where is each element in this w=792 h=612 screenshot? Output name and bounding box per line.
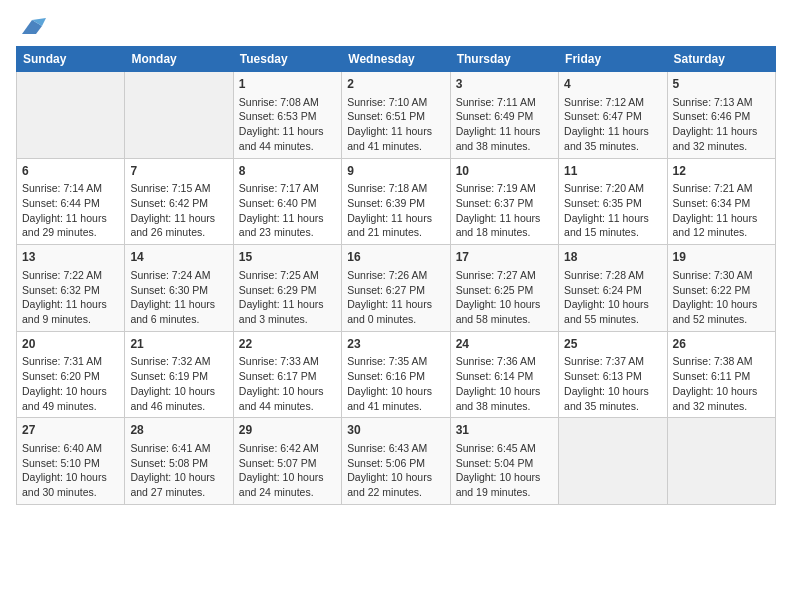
day-number: 5 bbox=[673, 76, 770, 93]
day-info: Sunrise: 7:36 AM Sunset: 6:14 PM Dayligh… bbox=[456, 354, 553, 413]
calendar-cell: 16Sunrise: 7:26 AM Sunset: 6:27 PM Dayli… bbox=[342, 245, 450, 332]
day-info: Sunrise: 7:33 AM Sunset: 6:17 PM Dayligh… bbox=[239, 354, 336, 413]
day-info: Sunrise: 7:30 AM Sunset: 6:22 PM Dayligh… bbox=[673, 268, 770, 327]
calendar-cell: 26Sunrise: 7:38 AM Sunset: 6:11 PM Dayli… bbox=[667, 331, 775, 418]
day-info: Sunrise: 7:19 AM Sunset: 6:37 PM Dayligh… bbox=[456, 181, 553, 240]
day-of-week-header: Thursday bbox=[450, 47, 558, 72]
calendar-cell: 25Sunrise: 7:37 AM Sunset: 6:13 PM Dayli… bbox=[559, 331, 667, 418]
calendar-cell: 6Sunrise: 7:14 AM Sunset: 6:44 PM Daylig… bbox=[17, 158, 125, 245]
calendar-cell: 1Sunrise: 7:08 AM Sunset: 6:53 PM Daylig… bbox=[233, 72, 341, 159]
day-number: 17 bbox=[456, 249, 553, 266]
day-info: Sunrise: 7:14 AM Sunset: 6:44 PM Dayligh… bbox=[22, 181, 119, 240]
day-info: Sunrise: 6:41 AM Sunset: 5:08 PM Dayligh… bbox=[130, 441, 227, 500]
calendar-cell: 14Sunrise: 7:24 AM Sunset: 6:30 PM Dayli… bbox=[125, 245, 233, 332]
calendar-cell: 29Sunrise: 6:42 AM Sunset: 5:07 PM Dayli… bbox=[233, 418, 341, 505]
day-number: 13 bbox=[22, 249, 119, 266]
day-info: Sunrise: 7:18 AM Sunset: 6:39 PM Dayligh… bbox=[347, 181, 444, 240]
day-info: Sunrise: 7:12 AM Sunset: 6:47 PM Dayligh… bbox=[564, 95, 661, 154]
day-number: 26 bbox=[673, 336, 770, 353]
day-info: Sunrise: 7:15 AM Sunset: 6:42 PM Dayligh… bbox=[130, 181, 227, 240]
day-info: Sunrise: 7:11 AM Sunset: 6:49 PM Dayligh… bbox=[456, 95, 553, 154]
calendar-cell: 3Sunrise: 7:11 AM Sunset: 6:49 PM Daylig… bbox=[450, 72, 558, 159]
day-info: Sunrise: 7:10 AM Sunset: 6:51 PM Dayligh… bbox=[347, 95, 444, 154]
day-info: Sunrise: 7:08 AM Sunset: 6:53 PM Dayligh… bbox=[239, 95, 336, 154]
day-info: Sunrise: 7:25 AM Sunset: 6:29 PM Dayligh… bbox=[239, 268, 336, 327]
calendar-cell: 23Sunrise: 7:35 AM Sunset: 6:16 PM Dayli… bbox=[342, 331, 450, 418]
calendar-cell: 21Sunrise: 7:32 AM Sunset: 6:19 PM Dayli… bbox=[125, 331, 233, 418]
day-info: Sunrise: 7:22 AM Sunset: 6:32 PM Dayligh… bbox=[22, 268, 119, 327]
day-number: 16 bbox=[347, 249, 444, 266]
day-info: Sunrise: 7:37 AM Sunset: 6:13 PM Dayligh… bbox=[564, 354, 661, 413]
day-info: Sunrise: 7:31 AM Sunset: 6:20 PM Dayligh… bbox=[22, 354, 119, 413]
day-info: Sunrise: 7:13 AM Sunset: 6:46 PM Dayligh… bbox=[673, 95, 770, 154]
day-info: Sunrise: 7:20 AM Sunset: 6:35 PM Dayligh… bbox=[564, 181, 661, 240]
day-number: 1 bbox=[239, 76, 336, 93]
day-info: Sunrise: 6:45 AM Sunset: 5:04 PM Dayligh… bbox=[456, 441, 553, 500]
day-number: 10 bbox=[456, 163, 553, 180]
day-number: 18 bbox=[564, 249, 661, 266]
day-number: 29 bbox=[239, 422, 336, 439]
day-number: 23 bbox=[347, 336, 444, 353]
day-of-week-header: Saturday bbox=[667, 47, 775, 72]
day-number: 7 bbox=[130, 163, 227, 180]
day-number: 4 bbox=[564, 76, 661, 93]
day-info: Sunrise: 6:42 AM Sunset: 5:07 PM Dayligh… bbox=[239, 441, 336, 500]
calendar-cell: 12Sunrise: 7:21 AM Sunset: 6:34 PM Dayli… bbox=[667, 158, 775, 245]
calendar-cell: 30Sunrise: 6:43 AM Sunset: 5:06 PM Dayli… bbox=[342, 418, 450, 505]
logo-bird-icon bbox=[18, 16, 46, 38]
calendar-cell: 11Sunrise: 7:20 AM Sunset: 6:35 PM Dayli… bbox=[559, 158, 667, 245]
day-info: Sunrise: 7:17 AM Sunset: 6:40 PM Dayligh… bbox=[239, 181, 336, 240]
calendar-table: SundayMondayTuesdayWednesdayThursdayFrid… bbox=[16, 46, 776, 505]
page-header bbox=[16, 16, 776, 38]
day-number: 3 bbox=[456, 76, 553, 93]
calendar-cell: 13Sunrise: 7:22 AM Sunset: 6:32 PM Dayli… bbox=[17, 245, 125, 332]
calendar-cell: 10Sunrise: 7:19 AM Sunset: 6:37 PM Dayli… bbox=[450, 158, 558, 245]
day-number: 22 bbox=[239, 336, 336, 353]
calendar-cell: 2Sunrise: 7:10 AM Sunset: 6:51 PM Daylig… bbox=[342, 72, 450, 159]
calendar-cell: 27Sunrise: 6:40 AM Sunset: 5:10 PM Dayli… bbox=[17, 418, 125, 505]
day-info: Sunrise: 6:40 AM Sunset: 5:10 PM Dayligh… bbox=[22, 441, 119, 500]
day-number: 6 bbox=[22, 163, 119, 180]
day-info: Sunrise: 7:35 AM Sunset: 6:16 PM Dayligh… bbox=[347, 354, 444, 413]
day-info: Sunrise: 7:26 AM Sunset: 6:27 PM Dayligh… bbox=[347, 268, 444, 327]
calendar-cell: 7Sunrise: 7:15 AM Sunset: 6:42 PM Daylig… bbox=[125, 158, 233, 245]
calendar-cell: 9Sunrise: 7:18 AM Sunset: 6:39 PM Daylig… bbox=[342, 158, 450, 245]
day-number: 19 bbox=[673, 249, 770, 266]
day-of-week-header: Friday bbox=[559, 47, 667, 72]
day-number: 12 bbox=[673, 163, 770, 180]
day-number: 15 bbox=[239, 249, 336, 266]
day-info: Sunrise: 7:27 AM Sunset: 6:25 PM Dayligh… bbox=[456, 268, 553, 327]
day-number: 24 bbox=[456, 336, 553, 353]
day-number: 27 bbox=[22, 422, 119, 439]
calendar-cell bbox=[17, 72, 125, 159]
calendar-cell: 8Sunrise: 7:17 AM Sunset: 6:40 PM Daylig… bbox=[233, 158, 341, 245]
calendar-cell: 19Sunrise: 7:30 AM Sunset: 6:22 PM Dayli… bbox=[667, 245, 775, 332]
day-of-week-header: Sunday bbox=[17, 47, 125, 72]
day-of-week-header: Tuesday bbox=[233, 47, 341, 72]
day-info: Sunrise: 6:43 AM Sunset: 5:06 PM Dayligh… bbox=[347, 441, 444, 500]
day-of-week-header: Wednesday bbox=[342, 47, 450, 72]
calendar-cell: 20Sunrise: 7:31 AM Sunset: 6:20 PM Dayli… bbox=[17, 331, 125, 418]
day-number: 31 bbox=[456, 422, 553, 439]
day-info: Sunrise: 7:32 AM Sunset: 6:19 PM Dayligh… bbox=[130, 354, 227, 413]
day-number: 21 bbox=[130, 336, 227, 353]
logo bbox=[16, 16, 46, 38]
day-number: 30 bbox=[347, 422, 444, 439]
calendar-cell: 18Sunrise: 7:28 AM Sunset: 6:24 PM Dayli… bbox=[559, 245, 667, 332]
day-number: 9 bbox=[347, 163, 444, 180]
day-info: Sunrise: 7:24 AM Sunset: 6:30 PM Dayligh… bbox=[130, 268, 227, 327]
calendar-cell: 4Sunrise: 7:12 AM Sunset: 6:47 PM Daylig… bbox=[559, 72, 667, 159]
day-info: Sunrise: 7:21 AM Sunset: 6:34 PM Dayligh… bbox=[673, 181, 770, 240]
calendar-cell bbox=[125, 72, 233, 159]
day-number: 14 bbox=[130, 249, 227, 266]
calendar-cell: 17Sunrise: 7:27 AM Sunset: 6:25 PM Dayli… bbox=[450, 245, 558, 332]
calendar-cell: 24Sunrise: 7:36 AM Sunset: 6:14 PM Dayli… bbox=[450, 331, 558, 418]
day-number: 8 bbox=[239, 163, 336, 180]
day-info: Sunrise: 7:28 AM Sunset: 6:24 PM Dayligh… bbox=[564, 268, 661, 327]
day-number: 2 bbox=[347, 76, 444, 93]
calendar-cell: 31Sunrise: 6:45 AM Sunset: 5:04 PM Dayli… bbox=[450, 418, 558, 505]
calendar-cell bbox=[667, 418, 775, 505]
day-of-week-header: Monday bbox=[125, 47, 233, 72]
day-number: 20 bbox=[22, 336, 119, 353]
calendar-cell: 28Sunrise: 6:41 AM Sunset: 5:08 PM Dayli… bbox=[125, 418, 233, 505]
